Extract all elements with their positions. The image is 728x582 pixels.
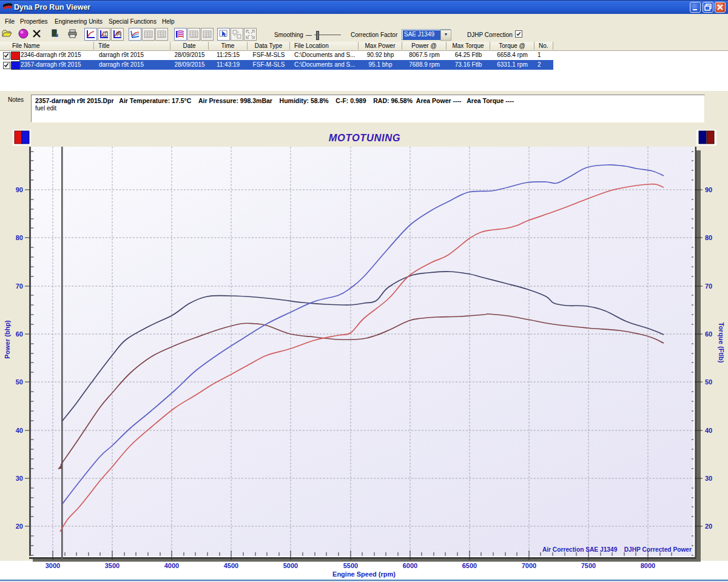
svg-text:60: 60 — [705, 330, 712, 338]
svg-text:7000: 7000 — [522, 562, 536, 569]
svg-text:90: 90 — [16, 186, 23, 193]
svg-text:70: 70 — [16, 283, 23, 290]
svg-text:4000: 4000 — [164, 562, 179, 569]
svg-text:40: 40 — [16, 427, 23, 434]
svg-text:90: 90 — [705, 186, 712, 193]
svg-text:60: 60 — [16, 330, 23, 338]
svg-text:80: 80 — [705, 234, 712, 241]
svg-text:50: 50 — [16, 378, 23, 386]
svg-text:MOTOTUNING: MOTOTUNING — [329, 132, 400, 143]
svg-text:6500: 6500 — [462, 562, 477, 569]
svg-text:40: 40 — [705, 427, 712, 434]
svg-text:50: 50 — [705, 378, 712, 386]
svg-text:30: 30 — [705, 475, 712, 482]
svg-text:6000: 6000 — [403, 562, 417, 569]
svg-text:8000: 8000 — [641, 562, 655, 569]
svg-text:5500: 5500 — [343, 562, 358, 569]
svg-text:30: 30 — [16, 475, 23, 482]
svg-text:Torque (Ftlb): Torque (Ftlb) — [718, 323, 725, 363]
svg-text:5000: 5000 — [283, 562, 298, 569]
svg-text:3500: 3500 — [105, 562, 120, 569]
svg-text:Air Correction SAE J1349 DJ: Air Correction SAE J1349 DJHP Corrected … — [542, 546, 692, 553]
svg-text:70: 70 — [705, 283, 712, 290]
svg-text:1: 1 — [104, 32, 107, 36]
svg-text:Power (bhp): Power (bhp) — [4, 320, 11, 359]
svg-text:3000: 3000 — [46, 562, 60, 569]
svg-text:Engine Speed (rpm): Engine Speed (rpm) — [332, 570, 396, 578]
svg-text:7500: 7500 — [581, 562, 596, 569]
svg-text:4500: 4500 — [224, 562, 238, 569]
svg-text:80: 80 — [16, 234, 23, 241]
svg-text:20: 20 — [16, 523, 23, 530]
svg-text:20: 20 — [705, 523, 712, 530]
